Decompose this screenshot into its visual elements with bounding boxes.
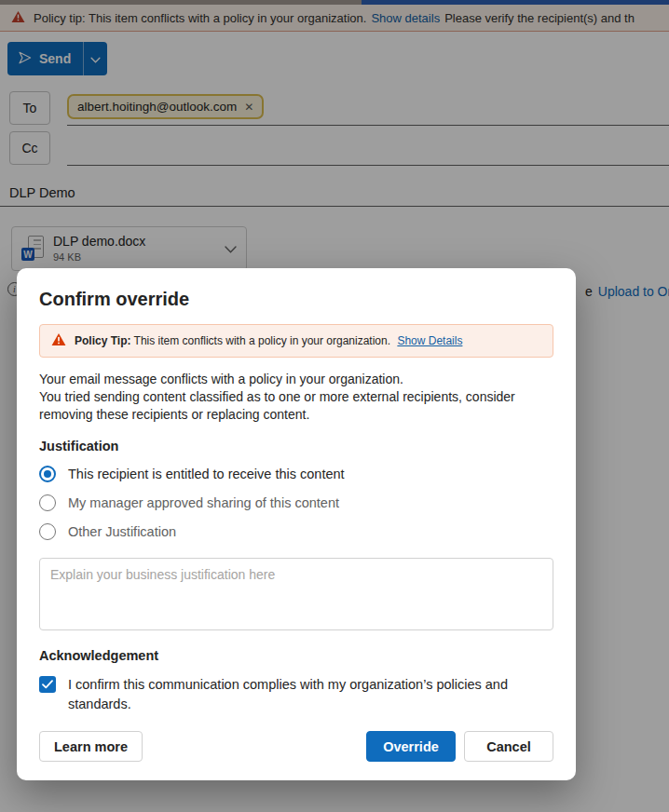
dialog-policy-tip-banner: Policy Tip: This item conflicts with a p… — [39, 324, 553, 358]
radio-unselected-icon[interactable] — [39, 494, 56, 511]
dialog-footer: Learn more Override Cancel — [39, 731, 553, 762]
radio-option-label: My manager approved sharing of this cont… — [68, 495, 339, 510]
dialog-title: Confirm override — [39, 289, 553, 310]
dialog-policy-tip-text: Policy Tip: This item conflicts with a p… — [75, 334, 462, 347]
dialog-policy-tip-label: Policy Tip: — [75, 334, 130, 347]
acknowledgement-label: I confirm this communication complies wi… — [68, 675, 513, 713]
cancel-button[interactable]: Cancel — [464, 731, 553, 762]
justification-heading: Justification — [39, 439, 553, 453]
justification-textarea[interactable] — [39, 558, 553, 630]
acknowledgement-checkbox-row[interactable]: I confirm this communication complies wi… — [39, 675, 553, 713]
radio-option-label: This recipient is entitled to receive th… — [68, 467, 345, 481]
confirm-override-dialog: Confirm override Policy Tip: This item c… — [17, 268, 576, 780]
radio-option-entitled[interactable]: This recipient is entitled to receive th… — [39, 466, 553, 482]
radio-option-label: Other Justification — [68, 524, 176, 539]
checkbox-checked-icon[interactable] — [39, 676, 56, 693]
show-details-link[interactable]: Show Details — [397, 334, 462, 347]
radio-unselected-icon[interactable] — [39, 523, 56, 540]
override-button[interactable]: Override — [366, 731, 456, 762]
radio-option-other[interactable]: Other Justification — [39, 523, 553, 540]
learn-more-button[interactable]: Learn more — [39, 731, 143, 762]
dialog-body-text: Your email message conflicts with a poli… — [39, 371, 553, 424]
warning-triangle-icon — [51, 332, 66, 349]
justification-options: This recipient is entitled to receive th… — [39, 466, 553, 540]
dialog-body-line2: You tried sending content classified as … — [39, 388, 553, 424]
radio-option-manager-approved[interactable]: My manager approved sharing of this cont… — [39, 494, 553, 511]
acknowledgement-heading: Acknowledgement — [39, 648, 553, 663]
radio-selected-icon[interactable] — [39, 466, 56, 482]
dialog-body-line1: Your email message conflicts with a poli… — [39, 371, 553, 388]
